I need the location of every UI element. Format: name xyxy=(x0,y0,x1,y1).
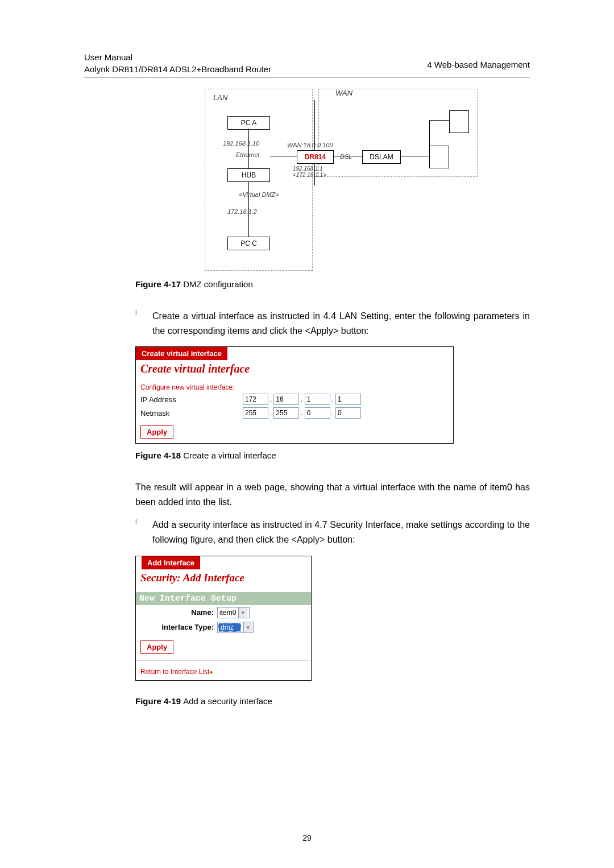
ai-header: Add Interface xyxy=(142,556,200,569)
bullet-marker: l xyxy=(135,309,152,338)
apply-button-1[interactable]: Apply xyxy=(140,425,173,439)
dmz-diagram: LAN WAN PC A 192.168.1.10 Ethernet HUB <… xyxy=(205,89,460,271)
header-right: 4 Web-based Management xyxy=(427,60,530,69)
chevron-down-icon: ▾ xyxy=(243,622,252,633)
page-number: 29 xyxy=(0,833,614,842)
add-interface-screenshot: Add Interface Security: Add Interface Ne… xyxy=(135,556,312,681)
ai-title: Security: Add Interface xyxy=(136,569,311,586)
ip-address-label: IP Address xyxy=(140,395,243,404)
netmask-octet-3[interactable] xyxy=(305,407,330,419)
bullet-marker-2: l xyxy=(135,518,152,547)
ip-octet-4[interactable] xyxy=(335,394,361,405)
cvi-config-text: Configure new virtual interface: xyxy=(136,382,453,392)
figure-4-19-caption: Figure 4-19 Add a security interface xyxy=(135,696,530,706)
ip-octet-3[interactable] xyxy=(305,394,330,405)
name-label: Name: xyxy=(140,608,217,617)
apply-button-2[interactable]: Apply xyxy=(140,640,173,654)
figure-4-17-caption: Figure 4-17 DMZ configuration xyxy=(135,279,530,289)
new-interface-banner: New Interface Setup xyxy=(136,592,311,605)
ip-octet-1[interactable] xyxy=(243,394,268,405)
interface-type-label: Interface Type: xyxy=(140,623,217,631)
cvi-title: Create virtual interface xyxy=(136,360,453,378)
name-dropdown[interactable]: item0 ▾ xyxy=(217,607,250,618)
return-to-interface-list-link[interactable]: Return to Interface List● xyxy=(136,663,311,680)
result-text: The result will appear in a web page, sh… xyxy=(135,480,530,509)
bullet-2-text: Add a security interface as instructed i… xyxy=(152,518,530,547)
header-separator xyxy=(84,77,530,77)
chevron-down-icon: ▾ xyxy=(238,607,247,618)
figure-4-18-caption: Figure 4-18 Create a virtual interface xyxy=(135,450,530,460)
cvi-header: Create virtual interface xyxy=(136,347,227,360)
netmask-octet-1[interactable] xyxy=(243,407,268,419)
ip-octet-2[interactable] xyxy=(273,394,299,405)
netmask-octet-4[interactable] xyxy=(335,407,361,419)
netmask-label: Netmask xyxy=(140,409,243,418)
netmask-octet-2[interactable] xyxy=(273,407,299,419)
bullet-1-text: Create a virtual interface as instructed… xyxy=(152,309,530,338)
interface-type-dropdown[interactable]: dmz ▾ xyxy=(217,622,254,633)
create-virtual-interface-screenshot: Create virtual interface Create virtual … xyxy=(135,346,454,444)
